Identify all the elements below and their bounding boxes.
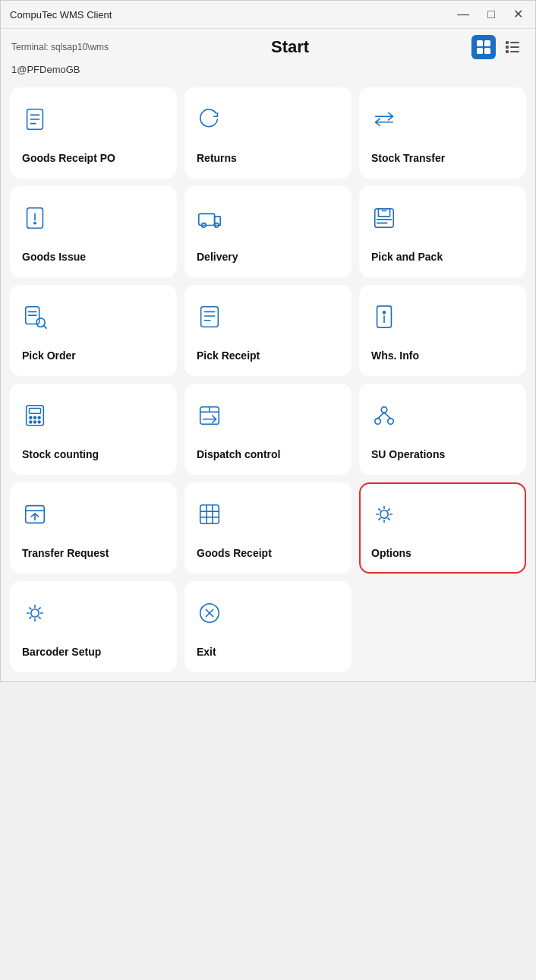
svg-rect-24 <box>378 209 389 217</box>
su-operations-label: SU Operations <box>371 447 445 461</box>
goods-receipt-po-icon <box>22 106 48 136</box>
maximize-button[interactable]: □ <box>484 7 498 22</box>
goods-receipt-icon <box>197 501 222 531</box>
transfer-request-icon <box>22 501 48 531</box>
svg-rect-8 <box>506 50 509 53</box>
svg-point-38 <box>383 311 386 314</box>
svg-point-65 <box>380 511 388 518</box>
dispatch-control-label: Dispatch control <box>197 447 280 461</box>
tile-whs-info[interactable]: Whs. Info <box>359 285 526 376</box>
svg-point-45 <box>30 421 32 423</box>
exit-label: Exit <box>197 645 216 659</box>
barcoder-setup-icon <box>22 600 48 630</box>
goods-issue-label: Goods Issue <box>22 250 86 264</box>
goods-receipt-label: Goods Receipt <box>197 546 272 560</box>
svg-rect-23 <box>375 209 394 228</box>
tile-delivery[interactable]: Delivery <box>184 186 352 277</box>
svg-rect-9 <box>510 51 519 52</box>
svg-point-44 <box>38 416 40 419</box>
tiles-grid: Goods Receipt POReturnsStock TransferGoo… <box>1 81 535 681</box>
svg-point-47 <box>38 421 40 423</box>
title-bar: CompuTec WMS Client — □ ✕ <box>1 1 535 29</box>
barcoder-setup-label: Barcoder Setup <box>22 645 101 659</box>
list-view-icon <box>503 38 522 56</box>
app-title: CompuTec WMS Client <box>10 9 112 21</box>
user-label: 1@PFDemoGB <box>1 62 535 81</box>
goods-receipt-po-label: Goods Receipt PO <box>22 151 115 165</box>
options-icon <box>371 501 397 531</box>
dispatch-control-icon <box>197 403 222 432</box>
svg-line-55 <box>378 413 385 419</box>
grid-view-button[interactable] <box>471 35 496 59</box>
transfer-request-label: Transfer Request <box>22 546 109 560</box>
svg-rect-1 <box>484 40 490 46</box>
close-button[interactable]: ✕ <box>510 7 526 22</box>
svg-rect-5 <box>510 42 519 43</box>
title-bar-left: CompuTec WMS Client <box>10 9 112 21</box>
tile-goods-issue[interactable]: Goods Issue <box>10 186 177 277</box>
view-toggles <box>471 35 525 59</box>
svg-rect-4 <box>506 41 509 44</box>
minimize-button[interactable]: — <box>454 7 472 22</box>
pick-and-pack-icon <box>371 205 397 235</box>
svg-point-18 <box>34 222 36 223</box>
tile-exit[interactable]: Exit <box>184 581 352 672</box>
tile-pick-receipt[interactable]: Pick Receipt <box>184 285 352 376</box>
svg-rect-0 <box>477 40 483 46</box>
tile-pick-order[interactable]: Pick Order <box>10 285 177 376</box>
pick-receipt-icon <box>197 304 222 334</box>
returns-icon <box>197 106 222 136</box>
svg-point-43 <box>34 416 36 419</box>
svg-point-66 <box>31 609 39 617</box>
svg-point-54 <box>388 419 394 425</box>
header-row: Terminal: sqlsap10\wms Start <box>1 29 535 62</box>
grid-view-icon <box>475 38 493 56</box>
stock-counting-icon <box>22 403 48 432</box>
pick-and-pack-label: Pick and Pack <box>371 250 443 264</box>
svg-rect-3 <box>484 48 490 54</box>
tile-su-operations[interactable]: SU Operations <box>359 384 526 475</box>
svg-rect-2 <box>477 48 483 54</box>
tile-dispatch-control[interactable]: Dispatch control <box>184 384 352 475</box>
tile-barcoder-setup[interactable]: Barcoder Setup <box>10 581 177 672</box>
svg-rect-60 <box>200 505 219 524</box>
pick-receipt-label: Pick Receipt <box>197 349 260 362</box>
svg-rect-6 <box>506 46 509 49</box>
terminal-label: Terminal: sqlsap10\wms <box>11 42 109 52</box>
svg-rect-33 <box>201 307 219 327</box>
svg-point-53 <box>375 419 381 425</box>
tile-stock-counting[interactable]: Stock counting <box>10 384 177 475</box>
tile-transfer-request[interactable]: Transfer Request <box>10 482 177 574</box>
stock-counting-label: Stock counting <box>22 447 99 461</box>
su-operations-icon <box>371 403 397 432</box>
tile-goods-receipt[interactable]: Goods Receipt <box>184 482 352 574</box>
tile-stock-transfer[interactable]: Stock Transfer <box>359 87 526 179</box>
tile-returns[interactable]: Returns <box>184 87 352 179</box>
goods-issue-icon <box>22 205 48 235</box>
tile-options[interactable]: Options <box>359 482 526 574</box>
tile-goods-receipt-po[interactable]: Goods Receipt PO <box>10 87 177 179</box>
svg-rect-19 <box>199 213 215 225</box>
delivery-label: Delivery <box>197 250 238 264</box>
svg-line-56 <box>384 413 391 419</box>
whs-info-label: Whs. Info <box>371 349 419 362</box>
stock-transfer-label: Stock Transfer <box>371 151 445 165</box>
exit-icon <box>197 600 222 630</box>
title-bar-controls: — □ ✕ <box>454 7 526 22</box>
svg-rect-7 <box>510 46 519 48</box>
main-window: CompuTec WMS Client — □ ✕ Terminal: sqls… <box>0 0 536 682</box>
svg-line-30 <box>43 325 46 328</box>
delivery-icon <box>197 205 222 235</box>
svg-point-42 <box>30 416 32 419</box>
svg-rect-41 <box>29 408 40 413</box>
list-view-button[interactable] <box>500 35 525 59</box>
pick-order-label: Pick Order <box>22 349 76 362</box>
svg-point-46 <box>34 421 36 423</box>
options-label: Options <box>371 546 411 560</box>
tile-pick-and-pack[interactable]: Pick and Pack <box>359 186 526 277</box>
whs-info-icon <box>371 304 397 334</box>
pick-order-icon <box>22 304 48 334</box>
page-title: Start <box>271 37 309 57</box>
stock-transfer-icon <box>371 106 397 136</box>
svg-point-52 <box>381 406 387 413</box>
